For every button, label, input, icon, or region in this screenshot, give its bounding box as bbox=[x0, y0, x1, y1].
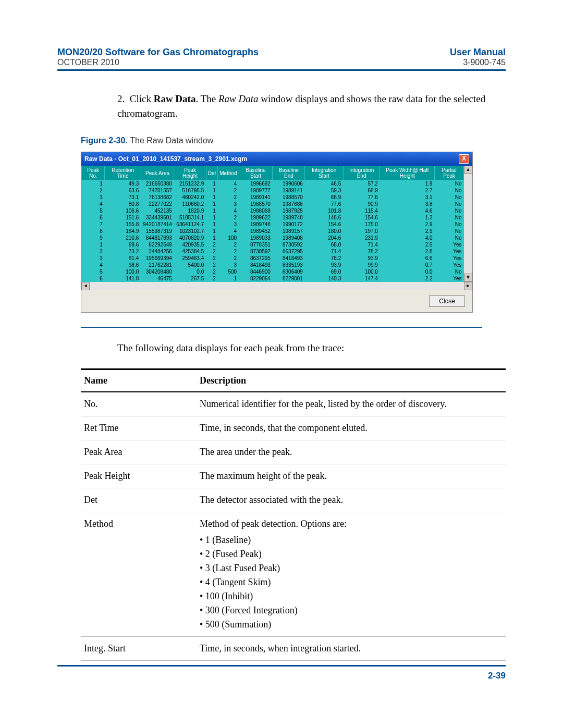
table-col-header[interactable]: Det bbox=[206, 166, 218, 180]
doc-title: MON20/20 Software for Gas Chromatographs bbox=[57, 47, 259, 58]
desc-row: Peak AreaThe area under the peak. bbox=[81, 440, 506, 464]
col-name: Name bbox=[81, 369, 197, 392]
step-number: 2. bbox=[117, 93, 125, 104]
table-row[interactable]: 5106.64521351820.91419880681987925101.81… bbox=[82, 207, 464, 214]
desc-row: Ret TimeTime, in seconds, that the compo… bbox=[81, 416, 506, 440]
scroll-up-icon[interactable]: ▲ bbox=[464, 166, 472, 174]
table-row[interactable]: 6151.63344396015105314.11219896221989748… bbox=[82, 214, 464, 221]
table-col-header[interactable]: Integration Start bbox=[305, 166, 343, 180]
scroll-right-icon[interactable]: ► bbox=[464, 282, 472, 290]
table-col-header[interactable]: Peak Height bbox=[174, 166, 206, 180]
titlebar[interactable]: Raw Data - Oct_01_2010_141537_stream_3_2… bbox=[81, 152, 472, 166]
table-row[interactable]: 273.224484256425384.5228730592863729571.… bbox=[82, 248, 464, 255]
close-button[interactable]: Close bbox=[429, 295, 465, 307]
doc-kind: User Manual bbox=[450, 47, 506, 58]
desc-row: Integ. StartTime, in seconds, when integ… bbox=[81, 637, 506, 661]
table-row[interactable]: 169.662292549420935.5228778351873059268.… bbox=[82, 241, 464, 248]
raw-data-table: Peak No.Retention TimePeak AreaPeak Heig… bbox=[81, 166, 464, 282]
table-row[interactable]: 263.674701557516795.5121989777198914159.… bbox=[82, 187, 464, 194]
scroll-left-icon[interactable]: ◄ bbox=[81, 282, 90, 290]
figure-caption: Figure 2-30. The Raw Data window bbox=[81, 136, 506, 145]
doc-number: 3-9000-745 bbox=[450, 58, 506, 67]
table-col-header[interactable]: Retention Time bbox=[105, 166, 141, 180]
table-row[interactable]: 5100.03042084800.025008446900830640969.0… bbox=[82, 268, 464, 275]
table-col-header[interactable]: Integration End bbox=[343, 166, 380, 180]
table-col-header[interactable]: Baseline Start bbox=[239, 166, 273, 180]
table-row[interactable]: 8184.91559873191023102.71419894521989157… bbox=[82, 228, 464, 235]
table-col-header[interactable]: Peak Width@ Half Height bbox=[380, 166, 435, 180]
table-row[interactable]: 7155.8942018741463641124.713198974819901… bbox=[82, 221, 464, 228]
table-col-header[interactable]: Method bbox=[218, 166, 239, 180]
table-col-header[interactable]: Peak Area bbox=[141, 166, 174, 180]
desc-row: No.Numerical identifier for the peak, li… bbox=[81, 392, 506, 416]
page-number: 2-39 bbox=[57, 665, 506, 681]
table-row[interactable]: 9210.68448176934070820.91100198903319894… bbox=[82, 235, 464, 241]
table-col-header[interactable]: Partial Peak bbox=[435, 166, 464, 180]
scroll-down-icon[interactable]: ▼ bbox=[464, 274, 472, 282]
divider bbox=[81, 327, 482, 328]
window-title: Raw Data - Oct_01_2010_141537_stream_3_2… bbox=[84, 155, 247, 163]
table-col-header[interactable]: Peak No. bbox=[82, 166, 105, 180]
table-row[interactable]: 149.32166503802151232.914199669219906064… bbox=[82, 180, 464, 188]
close-icon[interactable]: X bbox=[459, 154, 469, 164]
doc-date: OCTOBER 2010 bbox=[57, 58, 259, 67]
col-description: Description bbox=[197, 369, 506, 392]
table-row[interactable]: 373.176138682460242.0121989141198857068.… bbox=[82, 194, 464, 201]
table-row[interactable]: 498.6217622815400.0238418493833519393.99… bbox=[82, 262, 464, 268]
desc-row: Peak HeightThe maximum height of the pea… bbox=[81, 464, 506, 488]
horizontal-scrollbar[interactable]: ◄ ► bbox=[81, 282, 472, 290]
step-text: 2. Click Raw Data. The Raw Data window d… bbox=[117, 92, 506, 120]
table-row[interactable]: 381.4195669394259483.4228637295841849378… bbox=[82, 255, 464, 262]
desc-row: MethodMethod of peak detection. Options … bbox=[81, 512, 506, 637]
body-paragraph: The following data displays for each pea… bbox=[117, 342, 482, 354]
description-table: Name Description No.Numerical identifier… bbox=[81, 368, 506, 661]
page-header: MON20/20 Software for Gas Chromatographs… bbox=[57, 47, 506, 71]
table-col-header[interactable]: Baseline End bbox=[273, 166, 305, 180]
raw-data-window: Raw Data - Oct_01_2010_141537_stream_3_2… bbox=[81, 152, 473, 313]
table-row[interactable]: 480.822277022110660.2131988570198768677.… bbox=[82, 201, 464, 207]
desc-row: DetThe detector associated with the peak… bbox=[81, 488, 506, 512]
table-row[interactable]: 6141.846475267.52182290648229001140.3147… bbox=[82, 275, 464, 282]
vertical-scrollbar[interactable]: ▲ ▼ bbox=[464, 166, 472, 282]
